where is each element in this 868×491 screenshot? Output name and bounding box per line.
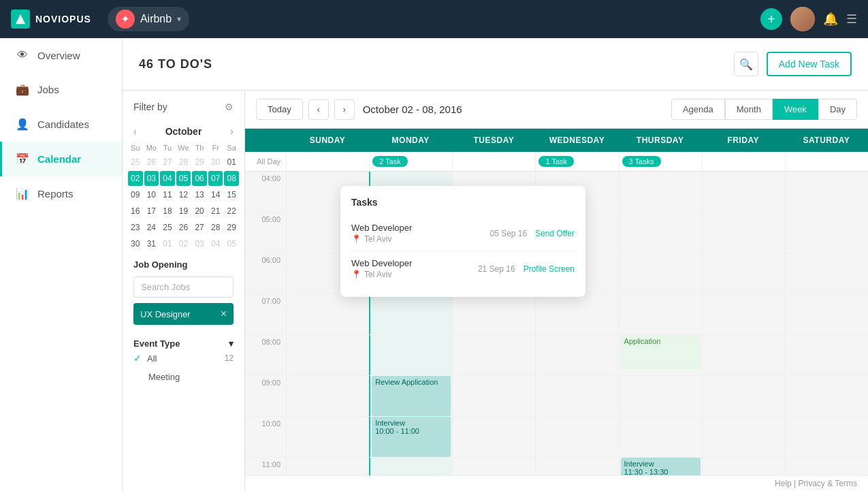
mini-day-11[interactable]: 11 <box>160 187 175 202</box>
cell-fri-0700[interactable] <box>702 294 785 334</box>
hamburger-menu-icon[interactable]: ☰ <box>846 12 857 27</box>
sidebar-item-candidates[interactable]: 👤 Candidates <box>0 107 122 142</box>
mini-day-27-sep[interactable]: 27 <box>160 155 175 170</box>
sidebar-item-calendar[interactable]: 📅 Calendar <box>0 142 122 176</box>
mini-day-07[interactable]: 07 <box>208 171 223 186</box>
mini-day-25[interactable]: 25 <box>160 220 175 235</box>
mini-day-23[interactable]: 23 <box>128 220 143 235</box>
mini-day-15[interactable]: 15 <box>224 187 239 202</box>
cell-wed-0800[interactable] <box>535 335 618 375</box>
mini-cal-next[interactable]: › <box>230 126 234 137</box>
cell-fri-0500[interactable] <box>702 212 785 253</box>
help-link[interactable]: Help <box>775 479 792 488</box>
cell-sun-0700[interactable] <box>286 294 369 334</box>
mini-day-20[interactable]: 20 <box>192 204 207 219</box>
mini-day-22[interactable]: 22 <box>224 204 239 219</box>
thursday-task-badge[interactable]: 3 Tasks <box>622 156 661 167</box>
cell-sat-0800[interactable] <box>785 335 868 375</box>
thursday-interview-event[interactable]: Interview 11:30 - 13:30 <box>621 458 701 475</box>
mini-day-04[interactable]: 04 <box>160 171 175 186</box>
privacy-link[interactable]: Privacy & Terms <box>799 479 857 488</box>
cell-thu-0900[interactable] <box>619 376 702 416</box>
cell-thu-1000[interactable] <box>619 417 702 457</box>
mini-day-01[interactable]: 01 <box>224 155 239 170</box>
mini-day-01-nov[interactable]: 01 <box>160 236 175 251</box>
cell-sat-1000[interactable] <box>785 417 868 457</box>
mini-day-09[interactable]: 09 <box>128 187 143 202</box>
cell-tue-0700[interactable] <box>452 294 535 334</box>
cell-mon-0800[interactable] <box>369 335 452 375</box>
cell-fri-0600[interactable] <box>702 253 785 294</box>
mini-day-18[interactable]: 18 <box>160 204 175 219</box>
cell-mon-0900[interactable]: Review Application <box>369 376 452 416</box>
mini-day-29-sep[interactable]: 29 <box>192 155 207 170</box>
cell-sun-1000[interactable] <box>286 417 369 457</box>
cell-fri-1000[interactable] <box>702 417 785 457</box>
interview1-event[interactable]: Interview 10:00 - 11:00 <box>372 417 451 457</box>
mini-day-02-nov[interactable]: 02 <box>176 236 191 251</box>
company-selector[interactable]: ✦ Airbnb ▾ <box>108 7 189 31</box>
add-button[interactable]: + <box>760 8 782 30</box>
sidebar-item-overview[interactable]: 👁 Overview <box>0 38 122 72</box>
cell-thu-0600[interactable] <box>619 253 702 294</box>
mini-day-12[interactable]: 12 <box>176 187 191 202</box>
mini-day-14[interactable]: 14 <box>208 187 223 202</box>
cell-sat-0700[interactable] <box>785 294 868 334</box>
sidebar-item-reports[interactable]: 📊 Reports <box>0 176 122 211</box>
cell-tue-1100[interactable] <box>452 458 535 475</box>
cell-tue-1000[interactable] <box>452 417 535 457</box>
month-view-button[interactable]: Month <box>725 99 773 120</box>
prev-week-button[interactable]: ‹ <box>308 99 329 120</box>
mini-day-30[interactable]: 30 <box>128 236 143 251</box>
cell-mon-0700[interactable] <box>369 294 452 334</box>
review-application-event[interactable]: Review Application <box>372 376 451 416</box>
day-view-button[interactable]: Day <box>818 99 857 120</box>
sidebar-item-jobs[interactable]: 💼 Jobs <box>0 72 122 107</box>
mini-day-17[interactable]: 17 <box>144 204 159 219</box>
mini-day-10[interactable]: 10 <box>144 187 159 202</box>
mini-day-31[interactable]: 31 <box>144 236 159 251</box>
mini-day-04-nov[interactable]: 04 <box>208 236 223 251</box>
notification-bell-icon[interactable]: 🔔 <box>823 12 838 27</box>
cell-fri-1100[interactable] <box>702 458 785 475</box>
cell-sun-0800[interactable] <box>286 335 369 375</box>
search-button[interactable]: 🔍 <box>734 52 758 76</box>
cell-thu-0700[interactable] <box>619 294 702 334</box>
monday-task-badge[interactable]: 2 Task <box>372 156 408 167</box>
cell-sat-0500[interactable] <box>785 212 868 253</box>
search-jobs-input[interactable] <box>133 276 234 298</box>
cell-thu-0500[interactable] <box>619 212 702 253</box>
cell-sun-0900[interactable] <box>286 376 369 416</box>
cell-thu-0400[interactable] <box>619 172 702 212</box>
mini-day-24[interactable]: 24 <box>144 220 159 235</box>
mini-day-05[interactable]: 05 <box>176 171 191 186</box>
cell-mon-1100[interactable] <box>369 458 452 475</box>
cell-wed-1100[interactable] <box>535 458 618 475</box>
mini-day-02[interactable]: 02 <box>128 171 143 186</box>
mini-cal-prev[interactable]: ‹ <box>133 126 137 137</box>
mini-day-21[interactable]: 21 <box>208 204 223 219</box>
wednesday-task-badge[interactable]: 1 Task <box>539 156 574 167</box>
today-button[interactable]: Today <box>256 99 303 120</box>
task-action-1[interactable]: Profile Screen <box>524 264 575 274</box>
mini-day-08[interactable]: 08 <box>224 171 239 186</box>
cell-sat-1100[interactable] <box>785 458 868 475</box>
mini-day-28-sep[interactable]: 28 <box>176 155 191 170</box>
add-task-button[interactable]: Add New Task <box>767 52 852 76</box>
cell-fri-0800[interactable] <box>702 335 785 375</box>
cell-sun-1100[interactable] <box>286 458 369 475</box>
cell-sat-0900[interactable] <box>785 376 868 416</box>
mini-day-29[interactable]: 29 <box>224 220 239 235</box>
agenda-view-button[interactable]: Agenda <box>671 99 725 120</box>
mini-day-05-nov[interactable]: 05 <box>224 236 239 251</box>
mini-day-25-sep[interactable]: 25 <box>128 155 143 170</box>
cell-tue-0800[interactable] <box>452 335 535 375</box>
week-view-button[interactable]: Week <box>773 99 818 120</box>
cell-thu-0800[interactable]: Application <box>619 335 702 375</box>
mini-day-26[interactable]: 26 <box>176 220 191 235</box>
cell-wed-1000[interactable] <box>535 417 618 457</box>
application-event[interactable]: Application <box>621 335 701 369</box>
cell-sat-0600[interactable] <box>785 253 868 294</box>
mini-day-03-nov[interactable]: 03 <box>192 236 207 251</box>
mini-day-30-sep[interactable]: 30 <box>208 155 223 170</box>
